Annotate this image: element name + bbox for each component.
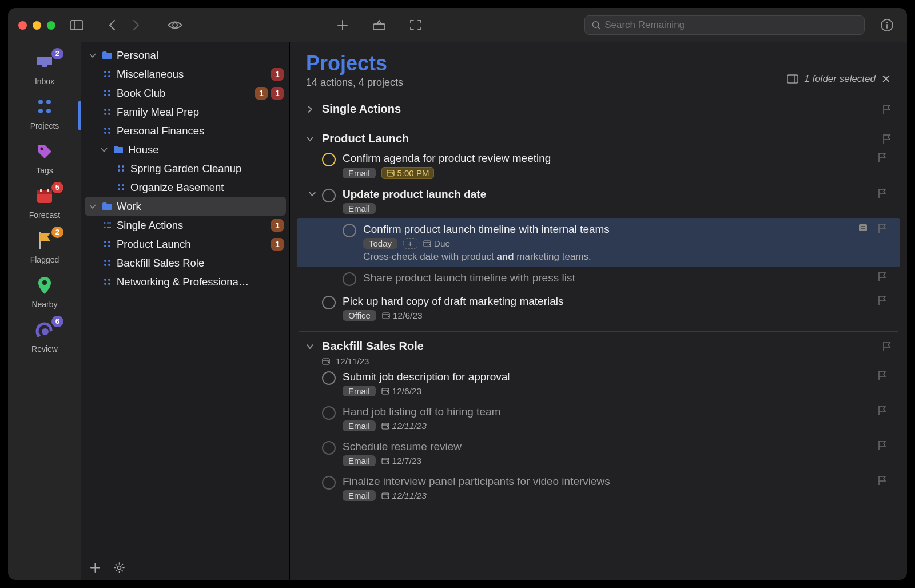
tags-icon	[34, 141, 55, 162]
task-row[interactable]: Update product launch dateEmail	[306, 184, 891, 218]
project-label: Spring Garden Cleanup	[130, 162, 279, 175]
tag[interactable]: Email	[343, 386, 376, 396]
svg-point-14	[46, 109, 51, 113]
project-book-club[interactable]: Book Club11	[81, 84, 289, 102]
flag-icon[interactable]	[882, 341, 891, 352]
perspective-forecast[interactable]: 5Forecast	[8, 185, 81, 220]
close-window-button[interactable]	[18, 21, 27, 30]
folder-work[interactable]: Work	[85, 197, 286, 216]
project-label: Single Actions	[117, 219, 266, 232]
chevron-down-icon[interactable]	[306, 343, 316, 350]
svg-point-44	[122, 184, 124, 186]
add-button[interactable]	[90, 563, 100, 573]
flag-icon[interactable]	[877, 440, 886, 451]
chevron-down-icon[interactable]	[88, 204, 97, 209]
tag[interactable]: Email	[343, 168, 376, 178]
tag-today[interactable]: Today	[363, 238, 397, 249]
section-header[interactable]: Single Actions	[306, 100, 891, 118]
flag-icon[interactable]	[877, 188, 886, 198]
flag-icon[interactable]	[877, 272, 886, 282]
minimize-window-button[interactable]	[33, 21, 41, 30]
project-product-launch[interactable]: Product Launch1	[81, 235, 289, 253]
status-circle[interactable]	[322, 153, 336, 166]
chevron-down-icon[interactable]	[88, 53, 97, 58]
project-backfill-sales-role[interactable]: Backfill Sales Role	[81, 253, 289, 272]
add-tag-button[interactable]: +	[403, 238, 417, 249]
svg-point-39	[118, 165, 120, 168]
project-spring-garden-cleanup[interactable]: Spring Garden Cleanup	[81, 159, 289, 178]
search-icon	[592, 21, 601, 30]
status-circle[interactable]	[322, 441, 336, 455]
settings-button[interactable]	[114, 562, 125, 573]
svg-point-25	[104, 75, 106, 77]
perspective-review[interactable]: 6Review	[8, 319, 81, 353]
task-title: Schedule resume review	[343, 440, 870, 453]
tag[interactable]: Office	[343, 310, 376, 321]
flag-icon[interactable]	[877, 406, 886, 416]
count-badge: 1	[271, 238, 284, 251]
perspective-projects[interactable]: Projects	[8, 96, 81, 130]
tag[interactable]: Email	[343, 420, 376, 431]
task-row[interactable]: Confirm agenda for product review meetin…	[306, 148, 891, 184]
status-circle[interactable]	[343, 224, 356, 237]
tag[interactable]: Email	[343, 203, 376, 214]
view-button[interactable]	[165, 15, 185, 35]
tag[interactable]: Email	[343, 455, 376, 466]
chevron-down-icon[interactable]	[306, 136, 316, 142]
section-header[interactable]: Product Launch	[306, 130, 891, 148]
flag-icon[interactable]	[877, 223, 886, 233]
task-row[interactable]: Confirm product launch timeline with int…	[297, 218, 900, 267]
flag-icon[interactable]	[877, 295, 886, 305]
task-row[interactable]: Share product launch timeline with press…	[306, 267, 891, 291]
project-organize-basement[interactable]: Organize Basement	[81, 178, 289, 197]
perspective-flagged[interactable]: 2Flagged	[8, 230, 81, 264]
zoom-window-button[interactable]	[47, 21, 55, 30]
quick-entry-button[interactable]	[369, 15, 389, 35]
svg-point-61	[104, 283, 106, 285]
search-field[interactable]	[584, 15, 865, 35]
task-row[interactable]: Finalize interview panel participants fo…	[306, 471, 891, 506]
folder-house[interactable]: House	[81, 140, 289, 159]
task-title: Submit job description for approval	[343, 371, 870, 383]
flag-icon[interactable]	[877, 475, 886, 486]
task-row[interactable]: Schedule resume reviewEmail12/7/23	[306, 436, 891, 471]
flag-icon[interactable]	[877, 371, 886, 381]
section-header[interactable]: Backfill Sales Role	[306, 337, 891, 355]
new-item-button[interactable]	[333, 15, 352, 35]
project-family-meal-prep[interactable]: Family Meal Prep	[81, 102, 289, 121]
chevron-down-icon[interactable]	[100, 147, 109, 153]
svg-point-48	[104, 227, 105, 228]
folder-personal[interactable]: Personal	[81, 46, 289, 65]
info-button[interactable]	[877, 15, 897, 35]
status-circle[interactable]	[322, 296, 336, 309]
project-single-actions[interactable]: Single Actions1	[81, 216, 289, 235]
status-circle[interactable]	[322, 406, 336, 420]
status-circle[interactable]	[322, 476, 336, 490]
perspective-nearby[interactable]: Nearby	[8, 275, 81, 309]
status-circle[interactable]	[322, 371, 336, 385]
task-row[interactable]: Hand job listing off to hiring teamEmail…	[306, 401, 891, 436]
task-row[interactable]: Pick up hard copy of draft marketing mat…	[306, 291, 891, 325]
project-networking-professiona-[interactable]: Networking & Professiona…	[81, 272, 289, 291]
back-button[interactable]	[102, 15, 122, 35]
clear-selection-button[interactable]: ✕	[881, 72, 891, 86]
focus-button[interactable]	[406, 15, 425, 35]
perspective-tags[interactable]: Tags	[8, 141, 81, 175]
status-circle[interactable]	[343, 272, 356, 286]
search-input[interactable]	[604, 19, 857, 31]
flag-icon[interactable]	[877, 152, 886, 162]
flag-icon[interactable]	[882, 134, 891, 144]
project-personal-finances[interactable]: Personal Finances	[81, 121, 289, 140]
tag[interactable]: Email	[343, 490, 376, 501]
note-icon[interactable]	[858, 223, 868, 232]
chevron-right-icon[interactable]	[306, 106, 316, 113]
task-row[interactable]: Submit job description for approvalEmail…	[306, 366, 891, 401]
toggle-sidebar-button[interactable]	[67, 15, 86, 35]
project-miscellaneous[interactable]: Miscellaneous1	[81, 65, 289, 84]
flag-icon[interactable]	[882, 104, 891, 114]
project-icon	[103, 108, 112, 116]
perspective-inbox[interactable]: 2Inbox	[8, 51, 81, 86]
status-circle[interactable]	[322, 189, 336, 202]
forward-button[interactable]	[126, 15, 146, 35]
chevron-down-icon[interactable]	[308, 190, 316, 197]
